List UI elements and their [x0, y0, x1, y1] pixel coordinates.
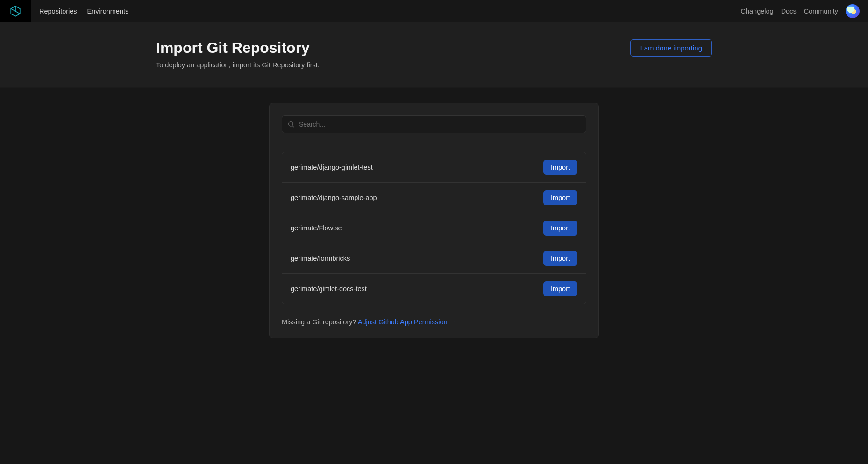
import-button[interactable]: Import — [543, 281, 577, 296]
import-button[interactable]: Import — [543, 160, 577, 175]
import-button[interactable]: Import — [543, 190, 577, 205]
repo-name: gerimate/formbricks — [291, 255, 350, 262]
repo-name: gerimate/django-gimlet-test — [291, 164, 373, 171]
search-icon — [287, 121, 295, 128]
page-subtitle: To deploy an application, import its Git… — [156, 61, 320, 69]
repo-name: gerimate/Flowise — [291, 224, 342, 232]
svg-point-1 — [289, 122, 293, 126]
nav-right: Changelog Docs Community — [740, 4, 868, 18]
topbar: Repositories Environments Changelog Docs… — [0, 0, 868, 22]
logo-icon — [9, 5, 21, 17]
repo-row: gerimate/gimlet-docs-testImport — [282, 274, 586, 304]
repo-name: gerimate/django-sample-app — [291, 194, 377, 201]
nav-environments[interactable]: Environments — [87, 7, 129, 15]
repo-row: gerimate/formbricksImport — [282, 243, 586, 274]
repo-name: gerimate/gimlet-docs-test — [291, 285, 367, 293]
nav-repositories[interactable]: Repositories — [39, 7, 77, 15]
done-importing-button[interactable]: I am done importing — [630, 39, 712, 57]
repo-row: gerimate/django-gimlet-testImport — [282, 152, 586, 183]
arrow-right-icon: → — [450, 318, 457, 326]
svg-line-2 — [292, 126, 294, 127]
search-input[interactable] — [282, 115, 586, 133]
search-wrap — [282, 115, 586, 133]
import-button[interactable]: Import — [543, 221, 577, 236]
adjust-permission-link[interactable]: Adjust Github App Permission → — [358, 318, 457, 326]
nav-left: Repositories Environments — [31, 7, 128, 15]
repo-row: gerimate/FlowiseImport — [282, 213, 586, 243]
missing-repo-line: Missing a Git repository? Adjust Github … — [282, 318, 586, 326]
page-title: Import Git Repository — [156, 39, 320, 57]
import-card: gerimate/django-gimlet-testImportgerimat… — [269, 103, 599, 338]
repo-list: gerimate/django-gimlet-testImportgerimat… — [282, 152, 586, 304]
import-button[interactable]: Import — [543, 251, 577, 266]
card-wrap: gerimate/django-gimlet-testImportgerimat… — [0, 88, 868, 366]
nav-community[interactable]: Community — [804, 7, 838, 15]
nav-docs[interactable]: Docs — [781, 7, 797, 15]
missing-repo-text: Missing a Git repository? — [282, 318, 358, 326]
avatar[interactable] — [846, 4, 860, 18]
repo-row: gerimate/django-sample-appImport — [282, 183, 586, 213]
adjust-permission-label: Adjust Github App Permission — [358, 318, 448, 326]
hero: Import Git Repository To deploy an appli… — [0, 22, 868, 88]
logo[interactable] — [0, 0, 31, 22]
nav-changelog[interactable]: Changelog — [740, 7, 773, 15]
